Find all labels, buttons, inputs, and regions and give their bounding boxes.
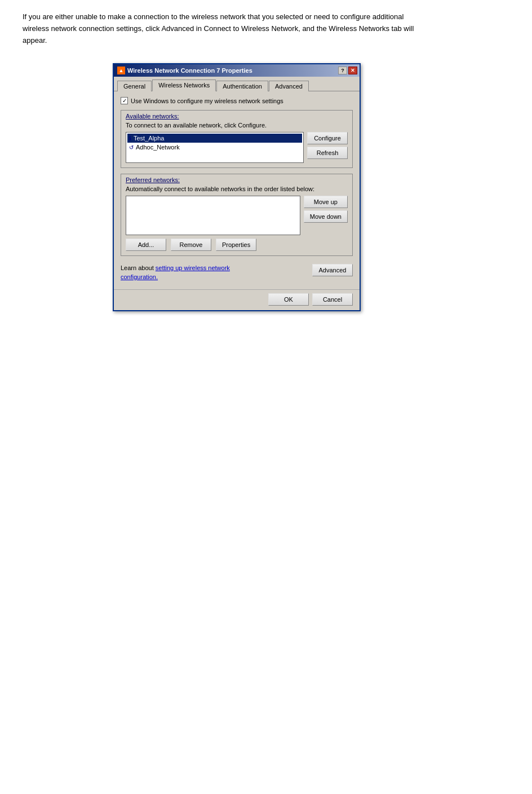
preferred-networks-title: Preferred networks:: [121, 174, 352, 183]
preferred-networks-description: Automatically connect to available netwo…: [126, 186, 348, 192]
title-bar-left: ▲ Wireless Network Connection 7 Properti…: [117, 67, 252, 74]
available-networks-row: ℹ Test_Alpha ↺ Adhoc_Network Configure R…: [126, 132, 348, 163]
tab-bar: General Wireless Networks Authentication…: [114, 77, 360, 91]
network-name-adhoc: Adhoc_Network: [136, 144, 180, 151]
available-side-buttons: Configure Refresh: [307, 132, 348, 159]
tab-wireless-networks[interactable]: Wireless Networks: [152, 80, 216, 91]
close-button[interactable]: ✕: [348, 67, 357, 74]
preferred-action-row: Add... Remove Properties: [126, 239, 348, 251]
ok-cancel-row: OK Cancel: [114, 289, 360, 310]
window-icon: ▲: [117, 67, 125, 74]
available-networks-description: To connect to an available network, clic…: [126, 122, 348, 129]
properties-button[interactable]: Properties: [216, 239, 256, 251]
dialog-wrapper: ▲ Wireless Network Connection 7 Properti…: [113, 63, 509, 311]
footer-row: Learn about setting up wireless network …: [121, 262, 353, 284]
tab-advanced[interactable]: Advanced: [269, 81, 309, 91]
cancel-button[interactable]: Cancel: [312, 293, 353, 306]
dialog-content: ✓ Use Windows to configure my wireless n…: [114, 91, 360, 289]
adhoc-icon: ↺: [129, 144, 134, 151]
move-buttons: Move up Move down: [304, 196, 348, 223]
ok-button[interactable]: OK: [268, 293, 309, 306]
available-networks-content: To connect to an available network, clic…: [121, 120, 352, 167]
move-up-button[interactable]: Move up: [304, 196, 348, 208]
infrastructure-icon: ℹ: [129, 135, 131, 142]
dialog-title: Wireless Network Connection 7 Properties: [127, 67, 252, 74]
preferred-networks-group: Preferred networks: Automatically connec…: [121, 174, 353, 256]
checkbox-row: ✓ Use Windows to configure my wireless n…: [121, 97, 353, 104]
remove-button[interactable]: Remove: [171, 239, 211, 251]
title-bar: ▲ Wireless Network Connection 7 Properti…: [114, 64, 360, 77]
network-item-test-alpha[interactable]: ℹ Test_Alpha: [127, 134, 302, 143]
advanced-button[interactable]: Advanced: [312, 264, 353, 276]
refresh-button[interactable]: Refresh: [307, 147, 348, 159]
move-down-button[interactable]: Move down: [304, 210, 348, 223]
configure-button[interactable]: Configure: [307, 132, 348, 144]
available-networks-list[interactable]: ℹ Test_Alpha ↺ Adhoc_Network: [126, 132, 304, 163]
preferred-networks-list[interactable]: [126, 196, 300, 235]
title-bar-buttons: ? ✕: [338, 67, 357, 74]
use-windows-label: Use Windows to configure my wireless net…: [131, 98, 283, 104]
available-networks-group: Available networks: To connect to an ava…: [121, 110, 353, 168]
tab-authentication[interactable]: Authentication: [216, 81, 268, 91]
add-button[interactable]: Add...: [126, 239, 166, 251]
available-networks-title: Available networks:: [121, 111, 352, 120]
preferred-networks-content: Automatically connect to available netwo…: [121, 183, 352, 255]
network-name-test-alpha: Test_Alpha: [134, 135, 164, 142]
learn-about-text: Learn about: [121, 264, 154, 271]
network-item-adhoc[interactable]: ↺ Adhoc_Network: [127, 143, 302, 152]
tab-general[interactable]: General: [117, 81, 152, 91]
intro-paragraph: If you are either unable to make a conne…: [23, 11, 428, 46]
dialog-window: ▲ Wireless Network Connection 7 Properti…: [113, 63, 361, 311]
preferred-networks-row: Move up Move down: [126, 196, 348, 235]
use-windows-checkbox[interactable]: ✓: [121, 97, 128, 104]
footer-text: Learn about setting up wireless network …: [121, 264, 250, 281]
help-button[interactable]: ?: [338, 67, 347, 74]
